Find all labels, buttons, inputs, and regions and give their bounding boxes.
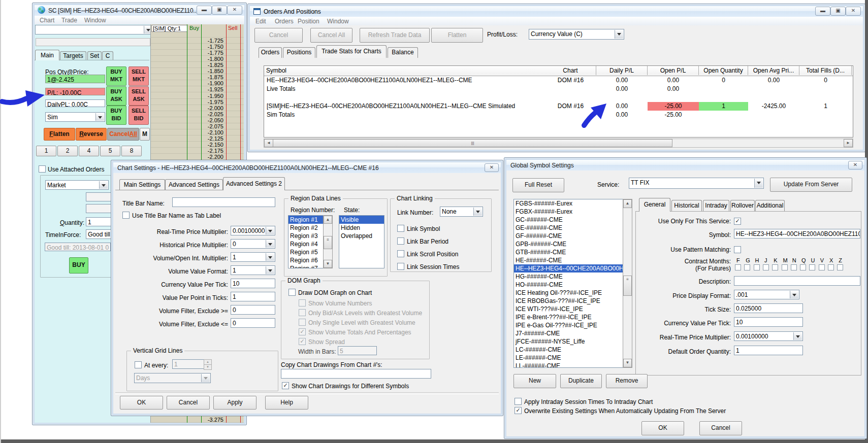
ok-button[interactable]: OK — [120, 396, 163, 410]
table-cell[interactable]: 0.00 — [648, 85, 699, 93]
table-cell[interactable]: DOM #16 — [545, 102, 596, 111]
maximize-button[interactable]: ▣ — [212, 6, 227, 15]
table-cell[interactable]: 1 — [799, 102, 852, 111]
cancel-button[interactable]: Cancel — [254, 28, 303, 43]
dom-price-row[interactable]: -2.050 — [151, 117, 244, 123]
tick-size-input[interactable]: 0.025000 — [734, 303, 803, 313]
at-every-checkbox[interactable] — [135, 361, 142, 368]
table-cell[interactable]: -2425.00 — [748, 102, 799, 111]
menu-window[interactable]: Window — [327, 18, 349, 25]
price1-field[interactable] — [86, 192, 112, 201]
table-cell[interactable] — [799, 111, 852, 119]
spin-down-icon[interactable]: ▼ — [204, 364, 212, 370]
table-cell[interactable] — [545, 93, 596, 102]
cancel-button[interactable]: Cancel — [699, 421, 742, 435]
tab-additional[interactable]: Additional — [755, 200, 785, 212]
table-cell[interactable] — [545, 85, 596, 93]
qty-preset-8[interactable]: 8 — [121, 146, 142, 156]
buy-mkt-button[interactable]: BUY MKT — [106, 66, 126, 86]
default-order-quantity-input[interactable]: 1 — [734, 346, 803, 355]
scroll-right-arrow[interactable]: ► — [844, 139, 853, 147]
table-cell[interactable]: 0.00 — [596, 102, 648, 111]
list-item[interactable]: ICE WTI-???##-ICE_IPE — [514, 305, 632, 313]
link-session-times-checkbox[interactable] — [397, 263, 404, 270]
dom-price-row[interactable]: -1.750 — [151, 44, 244, 50]
value-per-point-input[interactable]: 1 — [231, 292, 275, 301]
dom-price-row[interactable]: -2.100 — [151, 129, 244, 135]
chevron-down-icon[interactable] — [790, 291, 798, 298]
list-item[interactable]: HE--HEZ3-HEG4--00CHE200A0BO00HEZ1100A0LN… — [514, 264, 632, 272]
pattern-checkbox[interactable] — [734, 246, 741, 253]
month-checkbox[interactable] — [828, 264, 834, 270]
list-item[interactable]: ICE Heating Oil-???##-ICE_IPE — [514, 289, 632, 297]
list-item[interactable]: LL-######-CME — [514, 362, 632, 368]
tab-targets[interactable]: Targets — [60, 51, 86, 60]
chevron-down-icon[interactable] — [201, 374, 210, 382]
list-item[interactable]: IPE e-Gas Oil-???##-ICE_IPE — [514, 321, 632, 329]
cancel-all-button[interactable]: CancelAll — [107, 128, 139, 141]
qty-preset-5[interactable]: 5 — [100, 146, 120, 156]
chevron-down-icon[interactable] — [615, 30, 623, 39]
dom-price-row[interactable]: -1.925 — [151, 86, 244, 92]
profit-loss-combo[interactable]: Currency Value (C) — [529, 29, 624, 40]
month-checkbox[interactable] — [772, 264, 778, 270]
show-spread-checkbox[interactable]: ✓ — [299, 338, 306, 345]
chevron-down-icon[interactable] — [793, 332, 802, 340]
list-item[interactable]: GC-######-CME — [514, 216, 632, 224]
flatten-button[interactable]: Flatten — [431, 28, 483, 43]
table-cell[interactable]: Live Totals — [264, 85, 545, 93]
show-volume-totals-checkbox[interactable]: ✓ — [299, 328, 306, 335]
show-drawings-checkbox[interactable]: ✓ — [282, 382, 289, 389]
table-cell[interactable]: [SIM]HE--HEZ3-HEG4--00CHE200A0BO00HEZ110… — [264, 102, 545, 111]
month-checkbox[interactable] — [809, 264, 815, 270]
maximize-button[interactable]: ▣ — [830, 7, 846, 16]
table-cell[interactable]: 0 — [699, 76, 748, 85]
symbol-scrollbar[interactable]: ▲ ≡ ▼ — [623, 199, 632, 368]
sell-ask-button[interactable]: SELL ASK — [128, 86, 149, 106]
volume-value-format-combo[interactable]: 1 — [231, 265, 275, 275]
minimize-button[interactable]: ▬ — [197, 6, 212, 15]
list-item[interactable]: FGBS-######-Eurex — [514, 199, 632, 208]
month-checkbox[interactable] — [791, 264, 797, 270]
dom-price-row[interactable] — [151, 31, 244, 38]
reverse-button[interactable]: Reverse — [76, 128, 107, 141]
table-cell[interactable]: 0.00 — [748, 76, 799, 85]
show-volume-numbers-checkbox[interactable] — [299, 299, 306, 306]
tab-main[interactable]: Main — [35, 50, 59, 60]
close-button[interactable]: ✕ — [485, 163, 499, 172]
buy-order-button[interactable]: BUY — [69, 257, 88, 274]
list-item[interactable]: FGBX-######-Eurex — [514, 208, 632, 216]
menu-trade[interactable]: Trade — [61, 17, 77, 24]
update-from-server-button[interactable]: Update From Server — [770, 178, 852, 192]
column-header[interactable]: Symbol — [264, 66, 547, 75]
dom-price-row[interactable]: -2.200 — [151, 154, 244, 160]
month-checkbox[interactable] — [819, 264, 825, 270]
gss-titlebar[interactable]: Global Symbol Settings ✕ — [506, 160, 864, 171]
list-item[interactable]: HG-######-CME — [514, 272, 632, 281]
table-cell[interactable]: 1 — [699, 102, 748, 111]
tab-intraday[interactable]: Intraday — [703, 200, 729, 212]
link-number-combo[interactable]: None — [440, 207, 483, 217]
full-reset-button[interactable]: Full Reset — [512, 178, 564, 192]
service-combo[interactable]: TT FIX — [629, 178, 764, 189]
scroll-thumb[interactable]: ||| — [273, 139, 672, 147]
volume-filter-le-input[interactable]: 0 — [231, 318, 275, 328]
cancel-button[interactable]: Cancel — [167, 396, 210, 410]
sell-mkt-button[interactable]: SELL MKT — [128, 66, 149, 86]
symbol-input[interactable]: HE--HEZ3-HEG4--00CHE200A0BO00HEZ1100A0LN… — [734, 229, 860, 238]
dom-price-row[interactable]: -2.075 — [151, 123, 244, 129]
column-header[interactable]: Open Quantity — [699, 66, 748, 75]
quantity-field[interactable]: 1 — [86, 217, 112, 226]
tab-general[interactable]: General — [639, 198, 670, 212]
draw-dom-graph-checkbox[interactable] — [288, 289, 296, 296]
table-cell[interactable] — [799, 85, 852, 93]
minimize-button[interactable]: ▬ — [815, 7, 830, 16]
dom-price-row[interactable]: -2.025 — [151, 111, 244, 117]
table-cell[interactable] — [748, 111, 799, 119]
table-cell[interactable]: 0.00 — [648, 76, 699, 85]
width-in-bars-input[interactable]: 5 — [338, 346, 377, 355]
dom-price-row[interactable]: -2.150 — [151, 142, 244, 148]
menu-position[interactable]: Position — [298, 18, 319, 25]
overwrite-checkbox[interactable]: ✓ — [515, 407, 522, 414]
table-cell[interactable]: 0 — [799, 76, 852, 85]
